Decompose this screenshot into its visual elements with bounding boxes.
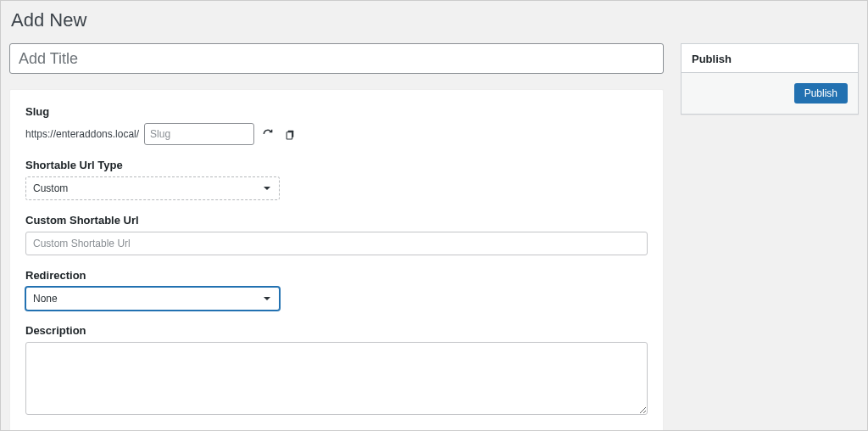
base-url-text: https://enteraddons.local/ <box>25 128 139 140</box>
custom-shortable-input[interactable] <box>25 232 648 255</box>
shortable-type-label: Shortable Url Type <box>25 159 648 171</box>
shortable-type-field: Shortable Url Type Custom <box>25 159 648 200</box>
publish-body: Publish <box>682 73 858 114</box>
description-field: Description <box>25 324 648 417</box>
refresh-icon <box>262 128 274 140</box>
page-title: Add New <box>11 9 862 31</box>
main-column: Slug https://enteraddons.local/ S <box>9 43 664 431</box>
title-input[interactable] <box>9 43 664 74</box>
slug-field: Slug https://enteraddons.local/ <box>25 105 648 145</box>
publish-heading: Publish <box>682 44 858 73</box>
slug-row: https://enteraddons.local/ <box>25 123 648 145</box>
description-textarea[interactable] <box>25 342 648 415</box>
shortable-type-select[interactable]: Custom <box>25 176 280 200</box>
custom-shortable-field: Custom Shortable Url <box>25 214 648 255</box>
slug-input[interactable] <box>144 123 254 145</box>
svg-rect-1 <box>287 132 292 138</box>
description-label: Description <box>25 324 648 337</box>
side-column: Publish Publish <box>681 43 859 431</box>
settings-panel: Slug https://enteraddons.local/ S <box>9 89 664 431</box>
publish-metabox: Publish Publish <box>681 43 859 115</box>
redirection-field: Redirection None <box>25 269 648 311</box>
slug-label: Slug <box>25 105 648 118</box>
columns: Slug https://enteraddons.local/ S <box>6 43 862 431</box>
redirection-label: Redirection <box>25 269 648 282</box>
redirection-select[interactable]: None <box>25 287 280 311</box>
regenerate-button[interactable] <box>259 126 276 143</box>
publish-button[interactable]: Publish <box>794 83 848 104</box>
copy-button[interactable] <box>281 126 298 143</box>
custom-shortable-label: Custom Shortable Url <box>25 214 648 227</box>
page-root: Add New Slug https://enteraddons.local/ <box>0 0 868 431</box>
copy-icon <box>285 129 296 140</box>
